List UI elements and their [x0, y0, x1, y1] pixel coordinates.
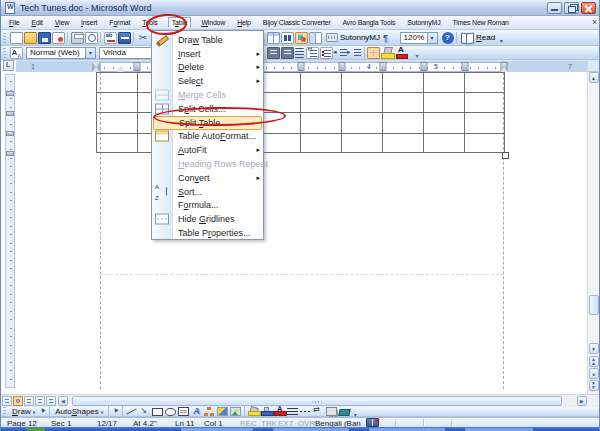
- decrease-indent-icon[interactable]: [334, 47, 347, 59]
- insert-picture-icon[interactable]: [230, 407, 241, 416]
- select-objects-icon[interactable]: [39, 407, 46, 416]
- rectangle-icon[interactable]: [152, 408, 163, 416]
- table-row-marker[interactable]: [6, 91, 14, 96]
- horizontal-scrollbar[interactable]: ◀ ▶: [1, 394, 600, 406]
- sutonny-keyboard-button[interactable]: SutonnyMJ: [325, 33, 380, 42]
- open-icon[interactable]: [24, 32, 37, 44]
- 3d-style-icon[interactable]: [339, 409, 351, 416]
- table-column-marker[interactable]: [134, 62, 141, 71]
- align-left-icon[interactable]: [267, 47, 280, 59]
- pointer-icon[interactable]: [112, 407, 119, 416]
- show-hide-pilcrow-button[interactable]: ¶: [383, 32, 396, 44]
- print-icon[interactable]: [71, 32, 84, 44]
- menu-bijoy-classic-converter[interactable]: Bijoy Classic Converter: [261, 18, 333, 27]
- spelling-status-icon[interactable]: [366, 418, 379, 427]
- taskbar-button[interactable]: [369, 428, 445, 431]
- zoom-combo[interactable]: 120% ▾: [400, 32, 438, 44]
- vertical-scroll-thumb[interactable]: [589, 295, 599, 315]
- arrow-style-icon[interactable]: [313, 407, 324, 416]
- fill-color-icon[interactable]: [248, 407, 259, 416]
- menu-item-delete[interactable]: Delete▸: [152, 61, 263, 75]
- toolbar-grip[interactable]: [3, 48, 6, 58]
- print-layout-view-icon[interactable]: [24, 396, 34, 406]
- menu-table[interactable]: Table: [168, 17, 192, 28]
- toolbar-options-icon[interactable]: ▾: [351, 406, 359, 418]
- toolbar-grip[interactable]: [3, 33, 6, 43]
- font-combo[interactable]: Vrinda: [99, 47, 159, 59]
- menu-item-table-properties[interactable]: Table Properties...: [152, 226, 263, 240]
- style-combo[interactable]: Normal (Web) ▾: [26, 47, 96, 59]
- menu-sutonnymj[interactable]: SutonnyMJ: [405, 18, 442, 27]
- menu-item-insert[interactable]: Insert▸: [152, 47, 263, 61]
- table-resize-handle[interactable]: [502, 152, 509, 159]
- menu-insert[interactable]: Insert: [79, 18, 99, 27]
- help-icon[interactable]: ?: [442, 32, 454, 44]
- menu-item-select[interactable]: Select▸: [152, 74, 263, 88]
- clip-art-icon[interactable]: [217, 407, 228, 416]
- normal-view-icon[interactable]: [2, 396, 12, 406]
- save-icon[interactable]: [38, 32, 51, 44]
- dash-style-icon[interactable]: [300, 407, 311, 416]
- arrow-icon[interactable]: [139, 407, 150, 416]
- toolbar-options-icon[interactable]: ▾: [497, 32, 505, 44]
- table-column-marker[interactable]: [462, 62, 469, 71]
- menu-format[interactable]: Format: [107, 18, 132, 27]
- table-row-marker[interactable]: [6, 111, 14, 116]
- line-color-icon[interactable]: [261, 407, 272, 416]
- styles-and-formatting-icon[interactable]: [10, 47, 23, 59]
- menu-view[interactable]: View: [53, 18, 71, 27]
- browse-previous-icon[interactable]: ▲▲: [589, 356, 599, 367]
- hanging-indent-marker[interactable]: [92, 67, 100, 72]
- select-browse-object-icon[interactable]: ●: [589, 368, 599, 379]
- align-right-icon[interactable]: [281, 47, 294, 59]
- taskbar-button[interactable]: [273, 428, 349, 431]
- outside-border-icon[interactable]: [367, 47, 380, 59]
- table-column-marker[interactable]: [380, 62, 387, 71]
- taskbar-button[interactable]: [181, 428, 253, 431]
- text-box-icon[interactable]: [178, 407, 189, 416]
- diagram-icon[interactable]: [204, 407, 215, 416]
- draw-menu-button[interactable]: Draw▾: [9, 407, 38, 416]
- document-map-icon[interactable]: [309, 32, 322, 44]
- menu-item-sort[interactable]: Sort...: [152, 185, 263, 199]
- document-page[interactable]: [16, 72, 589, 394]
- horizontal-scroll-track[interactable]: [70, 396, 573, 406]
- menu-window[interactable]: Window: [199, 18, 227, 27]
- menu-item-split-cells[interactable]: Split Cells...: [152, 102, 263, 116]
- scroll-left-icon[interactable]: ◀: [58, 396, 68, 406]
- scroll-up-icon[interactable]: ▲: [589, 72, 599, 83]
- highlight-icon[interactable]: [381, 47, 394, 59]
- horizontal-scroll-thumb[interactable]: [72, 396, 562, 406]
- font-color2-icon[interactable]: [274, 407, 285, 416]
- new-document-icon[interactable]: [10, 32, 23, 44]
- menu-item-table-autoformat[interactable]: Table AutoFormat...: [152, 130, 263, 144]
- line-style-icon[interactable]: [287, 408, 298, 416]
- menu-times-new-roman[interactable]: Times New Roman: [451, 18, 511, 27]
- toolbar-options-icon[interactable]: ▾: [413, 47, 421, 59]
- taskbar-start-fragment[interactable]: [27, 428, 45, 431]
- menu-item-hide-gridlines[interactable]: Hide Gridlines: [152, 212, 263, 226]
- table-row-marker[interactable]: [6, 131, 14, 136]
- spelling-icon[interactable]: [104, 32, 117, 44]
- menu-item-autofit[interactable]: AutoFit▸: [152, 143, 263, 157]
- font-color-icon[interactable]: [395, 47, 408, 59]
- autoshapes-menu-button[interactable]: AutoShapes▾: [52, 407, 106, 416]
- menu-file[interactable]: File: [7, 18, 21, 27]
- reading-view-icon[interactable]: [46, 396, 56, 406]
- menu-item-draw-table[interactable]: Draw Table: [152, 33, 263, 47]
- scroll-down-icon[interactable]: ▼: [589, 343, 599, 354]
- chevron-down-icon[interactable]: ▾: [427, 33, 437, 43]
- bullets-icon[interactable]: [320, 47, 333, 59]
- shadow-style-icon[interactable]: [326, 407, 337, 416]
- menu-item-split-table[interactable]: Split Table: [153, 116, 262, 130]
- table-column-marker[interactable]: [339, 62, 346, 71]
- menu-item-formula[interactable]: Formula...: [152, 199, 263, 213]
- table-column-marker[interactable]: [421, 62, 428, 71]
- oval-icon[interactable]: [165, 408, 176, 416]
- insert-table-icon[interactable]: [267, 32, 280, 44]
- horizontal-ruler[interactable]: 1457: [16, 60, 589, 72]
- scroll-right-icon[interactable]: ▶: [577, 396, 587, 406]
- chevron-down-icon[interactable]: ▾: [85, 48, 95, 58]
- line-spacing-icon[interactable]: [295, 48, 304, 58]
- left-indent-marker[interactable]: [117, 67, 125, 72]
